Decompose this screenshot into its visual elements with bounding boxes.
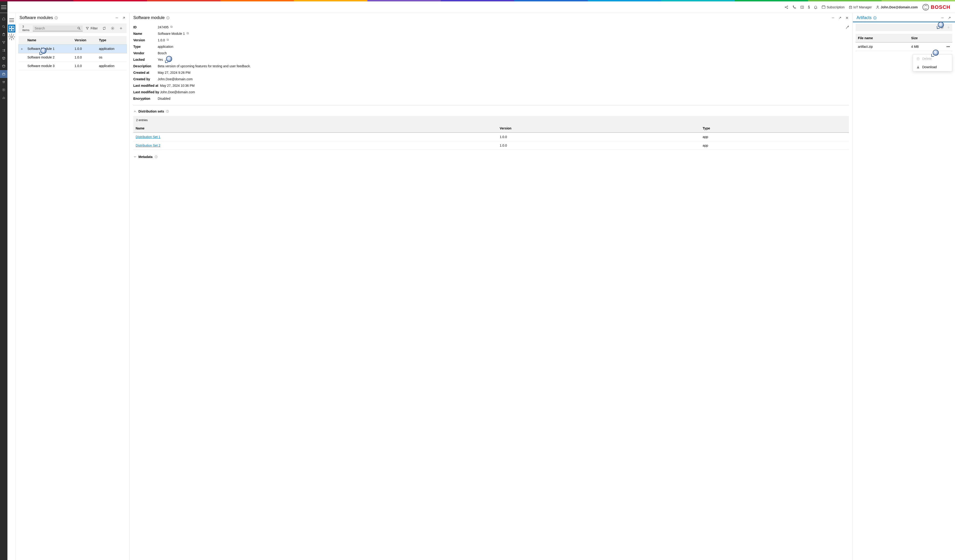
expand-icon[interactable]	[947, 16, 951, 20]
phone-icon[interactable]	[792, 5, 796, 9]
panel-software-modules: Software modules 3 items Filter	[16, 13, 130, 560]
svg-line-43	[123, 17, 125, 19]
add-button[interactable]	[117, 25, 125, 31]
rail-home-icon[interactable]	[0, 15, 8, 23]
lock-icon	[19, 45, 25, 53]
rail-robot-icon[interactable]	[0, 78, 8, 86]
panel-artifacts: Artifacts File name Size art	[853, 13, 955, 560]
rail-package2-icon[interactable]	[0, 62, 8, 70]
col-name[interactable]: Name	[25, 36, 72, 45]
dist-link[interactable]: Distribution Set 2	[136, 144, 160, 147]
panel-title: Artifacts	[856, 15, 872, 20]
callout-2: 2	[166, 56, 172, 62]
subrail-grid-icon[interactable]	[8, 25, 15, 33]
svg-point-57	[848, 26, 849, 27]
search-field[interactable]	[33, 25, 83, 31]
filter-button[interactable]: Filter	[84, 25, 100, 31]
info-icon[interactable]	[54, 16, 58, 20]
svg-line-7	[786, 7, 787, 8]
add-button	[947, 25, 950, 29]
svg-point-14	[3, 25, 5, 27]
expand-icon[interactable]	[838, 16, 842, 20]
rail-clipboard-icon[interactable]	[0, 31, 8, 39]
svg-point-44	[78, 27, 80, 29]
paragraph-icon[interactable]: §	[808, 5, 810, 9]
svg-line-45	[80, 29, 80, 30]
rail-flow-icon[interactable]	[0, 47, 8, 54]
minimize-icon[interactable]	[941, 16, 944, 20]
svg-line-74	[949, 17, 950, 19]
svg-rect-63	[167, 39, 168, 41]
minimize-icon[interactable]	[115, 16, 119, 20]
modules-table: Name Version Type Software Module 1 1.0.…	[19, 36, 127, 70]
dist-entries-count: 2 entries	[133, 116, 849, 124]
rail-stats-icon[interactable]	[0, 94, 8, 101]
sub-rail	[8, 13, 16, 560]
subrail-burger-icon[interactable]	[8, 16, 15, 24]
rail-filter-icon[interactable]	[0, 39, 8, 47]
table-row[interactable]: artifact.zip 4 MB •••	[856, 42, 952, 51]
table-row[interactable]: Software module 3 1.0.0 application	[19, 62, 127, 70]
rail-settings-icon[interactable]	[0, 86, 8, 94]
bell-icon[interactable]	[814, 5, 818, 9]
settings-button[interactable]	[109, 25, 116, 31]
rail-package-icon[interactable]	[0, 54, 8, 62]
top-bar: § Subscription IoT Manager John.Doe@doma…	[0, 2, 955, 13]
distribution-sets-table: Name Version Type Distribution Set 11.0.…	[133, 124, 849, 150]
item-count: 3 items	[20, 25, 32, 32]
rail-search-icon[interactable]	[0, 23, 8, 31]
subscription-link[interactable]: Subscription	[822, 5, 844, 9]
svg-rect-37	[12, 29, 14, 31]
subrail-gear-icon[interactable]	[8, 33, 15, 41]
svg-rect-60	[187, 33, 189, 34]
table-row[interactable]: Software module 2 1.0.0 os	[19, 53, 127, 62]
bosch-ring-icon	[922, 4, 929, 11]
table-row[interactable]: Distribution Set 21.0.0app	[133, 141, 849, 150]
left-rail	[0, 13, 8, 560]
user-account[interactable]: John.Doe@domain.com	[875, 5, 918, 9]
refresh-button[interactable]	[100, 25, 108, 31]
col-type[interactable]: Type	[97, 36, 127, 45]
svg-rect-59	[171, 26, 172, 27]
share-icon[interactable]	[784, 5, 789, 9]
col-version[interactable]: Version	[72, 36, 97, 45]
download-menu-item[interactable]: Download	[913, 63, 952, 71]
tools-icon[interactable]	[845, 25, 849, 30]
table-row[interactable]: Distribution Set 11.0.0app	[133, 133, 849, 141]
expand-icon[interactable]	[122, 16, 126, 20]
info-icon[interactable]	[166, 110, 169, 113]
info-icon[interactable]	[873, 16, 877, 20]
info-icon[interactable]	[155, 155, 158, 158]
artifact-context-menu: Delete Download	[913, 54, 952, 72]
more-actions-icon[interactable]: •••	[946, 45, 950, 48]
copy-icon[interactable]	[166, 38, 169, 41]
svg-line-15	[4, 27, 5, 28]
svg-rect-61	[187, 33, 188, 34]
iot-manager-link[interactable]: IoT Manager	[849, 5, 872, 9]
modules-toolbar: 3 items Filter	[19, 23, 127, 33]
svg-point-13	[877, 6, 878, 7]
global-menu-button[interactable]	[0, 2, 8, 13]
info-icon[interactable]	[166, 16, 170, 20]
chevron-up-icon	[133, 110, 136, 113]
svg-point-46	[112, 28, 113, 29]
svg-rect-78	[917, 58, 919, 60]
rail-modules-icon[interactable]	[0, 70, 8, 78]
book-icon[interactable]	[800, 5, 804, 9]
copy-icon[interactable]	[186, 32, 189, 35]
svg-rect-62	[167, 39, 169, 41]
search-icon	[77, 27, 81, 30]
svg-rect-35	[12, 26, 14, 28]
search-input[interactable]	[34, 27, 75, 30]
callout-3: 3	[938, 22, 944, 28]
minimize-icon[interactable]	[831, 16, 835, 20]
svg-rect-21	[3, 73, 5, 75]
distribution-sets-toggle[interactable]: Distribution sets	[133, 109, 849, 114]
dist-link[interactable]: Distribution Set 1	[136, 135, 160, 139]
copy-icon[interactable]	[170, 25, 173, 28]
close-icon[interactable]	[845, 16, 849, 20]
metadata-toggle[interactable]: Metadata	[133, 154, 849, 160]
panel-title: Software module	[133, 15, 165, 20]
table-row[interactable]: Software Module 1 1.0.0 application	[19, 45, 127, 53]
panel-title: Software modules	[19, 15, 53, 20]
